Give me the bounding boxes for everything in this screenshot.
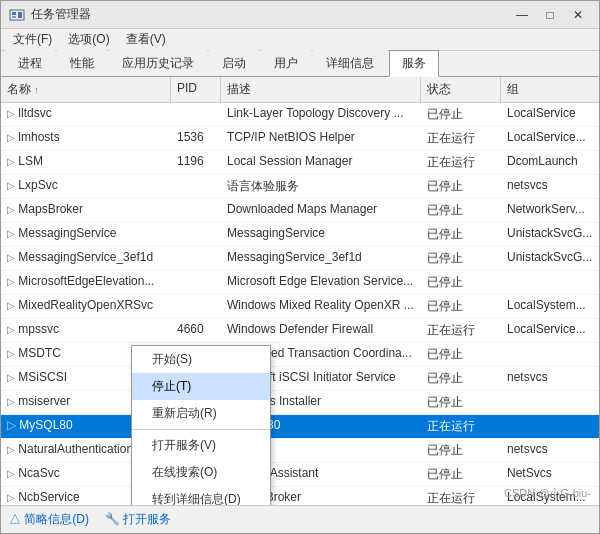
svc-desc: Downloaded Maps Manager (221, 199, 421, 222)
svc-group: LocalService (501, 103, 599, 126)
svc-desc: Windows Defender Firewall (221, 319, 421, 342)
table-row[interactable]: ▷ MessagingService MessagingService 已停止 … (1, 223, 599, 247)
svc-status: 正在运行 (421, 415, 501, 438)
svc-pid: 1536 (171, 127, 221, 150)
table-row[interactable]: ▷ MessagingService_3ef1d MessagingServic… (1, 247, 599, 271)
svc-group: LocalService... (501, 319, 599, 342)
table-row[interactable]: ▷ NcaSvc ...ctivity Assistant 已停止 NetSvc… (1, 463, 599, 487)
svg-rect-1 (12, 12, 16, 15)
svc-desc: Local Session Manager (221, 151, 421, 174)
svc-name: ▷ MixedRealityOpenXRSvc (1, 295, 171, 318)
menu-view[interactable]: 查看(V) (118, 29, 174, 50)
svc-group (501, 415, 599, 438)
svc-status: 已停止 (421, 439, 501, 462)
svc-status: 正在运行 (421, 127, 501, 150)
svc-pid: 4660 (171, 319, 221, 342)
table-row[interactable]: ▷ MicrosoftEdgeElevation... Microsoft Ed… (1, 271, 599, 295)
svg-rect-3 (12, 16, 16, 18)
svc-status: 已停止 (421, 463, 501, 486)
main-window: 任务管理器 — □ ✕ 文件(F) 选项(O) 查看(V) 进程 性能 应用历史… (0, 0, 600, 534)
col-status[interactable]: 状态 (421, 77, 501, 102)
svc-pid (171, 175, 221, 198)
svc-pid (171, 271, 221, 294)
svc-name: ▷ MessagingService (1, 223, 171, 246)
ctx-details[interactable]: 转到详细信息(D) (132, 486, 270, 505)
title-bar: 任务管理器 — □ ✕ (1, 1, 599, 29)
table-row[interactable]: ▷ lmhosts 1536 TCP/IP NetBIOS Helper 正在运… (1, 127, 599, 151)
ctx-restart[interactable]: 重新启动(R) (132, 400, 270, 427)
svc-name: ▷ mpssvc (1, 319, 171, 342)
menu-file[interactable]: 文件(F) (5, 29, 60, 50)
svc-pid (171, 103, 221, 126)
tab-startup[interactable]: 启动 (209, 50, 259, 76)
table-row-mysql[interactable]: ▷ MySQL80 9828 MySQL80 正在运行 (1, 415, 599, 439)
svc-desc: Windows Mixed Reality OpenXR ... (221, 295, 421, 318)
table-row[interactable]: ▷ MSiSCSI Microsoft iSCSI Initiator Serv… (1, 367, 599, 391)
maximize-button[interactable]: □ (537, 5, 563, 25)
minimize-button[interactable]: — (509, 5, 535, 25)
svc-group: netsvcs (501, 439, 599, 462)
ctx-start[interactable]: 开始(S) (132, 346, 270, 373)
table-body[interactable]: ▷ lltdsvc Link-Layer Topology Discovery … (1, 103, 599, 505)
svc-status: 已停止 (421, 223, 501, 246)
table-row[interactable]: ▷ MapsBroker Downloaded Maps Manager 已停止… (1, 199, 599, 223)
content-area: 名称 ↑ PID 描述 状态 组 ▷ lltdsvc Link-Layer To… (1, 77, 599, 505)
table-row[interactable]: ▷ MixedRealityOpenXRSvc Windows Mixed Re… (1, 295, 599, 319)
col-desc[interactable]: 描述 (221, 77, 421, 102)
table-row[interactable]: ▷ LxpSvc 语言体验服务 已停止 netsvcs (1, 175, 599, 199)
svc-name: ▷ MicrosoftEdgeElevation... (1, 271, 171, 294)
tab-details[interactable]: 详细信息 (313, 50, 387, 76)
svc-group: netsvcs (501, 367, 599, 390)
col-group[interactable]: 组 (501, 77, 599, 102)
tab-app-history[interactable]: 应用历史记录 (109, 50, 207, 76)
svc-group (501, 271, 599, 294)
svc-pid (171, 223, 221, 246)
svc-status: 已停止 (421, 103, 501, 126)
col-pid[interactable]: PID (171, 77, 221, 102)
ctx-separator (132, 429, 270, 430)
ctx-open-services[interactable]: 打开服务(V) (132, 432, 270, 459)
table-row[interactable]: ▷ lltdsvc Link-Layer Topology Discovery … (1, 103, 599, 127)
svc-pid: 1196 (171, 151, 221, 174)
svc-group (501, 343, 599, 366)
table-row[interactable]: ▷ LSM 1196 Local Session Manager 正在运行 Dc… (1, 151, 599, 175)
svc-group: UnistackSvcG... (501, 223, 599, 246)
svc-name: ▷ LSM (1, 151, 171, 174)
col-name[interactable]: 名称 ↑ (1, 77, 171, 102)
open-services-button[interactable]: 🔧 打开服务 (105, 511, 171, 528)
svc-group: LocalSystem... (501, 295, 599, 318)
tab-services[interactable]: 服务 (389, 50, 439, 77)
svc-status: 已停止 (421, 343, 501, 366)
table-row[interactable]: ▷ msiserver Windows Installer 已停止 (1, 391, 599, 415)
svc-name: ▷ MapsBroker (1, 199, 171, 222)
svc-status: 正在运行 (421, 151, 501, 174)
svc-desc: Microsoft Edge Elevation Service... (221, 271, 421, 294)
svc-group (501, 391, 599, 414)
svc-status: 已停止 (421, 367, 501, 390)
tab-users[interactable]: 用户 (261, 50, 311, 76)
svc-group: DcomLaunch (501, 151, 599, 174)
menu-options[interactable]: 选项(O) (60, 29, 117, 50)
menu-bar: 文件(F) 选项(O) 查看(V) (1, 29, 599, 51)
table-row[interactable]: ▷ mpssvc 4660 Windows Defender Firewall … (1, 319, 599, 343)
svc-desc: Link-Layer Topology Discovery ... (221, 103, 421, 126)
brief-info-button[interactable]: △ 简略信息(D) (9, 511, 89, 528)
ctx-search[interactable]: 在线搜索(O) (132, 459, 270, 486)
svc-name: ▷ lmhosts (1, 127, 171, 150)
svc-name: ▷ LxpSvc (1, 175, 171, 198)
table-row[interactable]: ▷ MSDTC Distributed Transaction Coordina… (1, 343, 599, 367)
svc-pid (171, 199, 221, 222)
svc-status: 正在运行 (421, 487, 501, 505)
svc-status: 已停止 (421, 175, 501, 198)
close-button[interactable]: ✕ (565, 5, 591, 25)
ctx-stop[interactable]: 停止(T) (132, 373, 270, 400)
tab-process[interactable]: 进程 (5, 50, 55, 76)
watermark: CSDN @小G-biu- (504, 486, 591, 501)
svg-rect-2 (18, 12, 22, 18)
table-row[interactable]: ▷ NaturalAuthentication... 已停止 netsvcs (1, 439, 599, 463)
svc-group: UnistackSvcG... (501, 247, 599, 270)
svc-pid (171, 247, 221, 270)
tab-performance[interactable]: 性能 (57, 50, 107, 76)
svc-group: NetworkServ... (501, 199, 599, 222)
svc-status: 已停止 (421, 247, 501, 270)
